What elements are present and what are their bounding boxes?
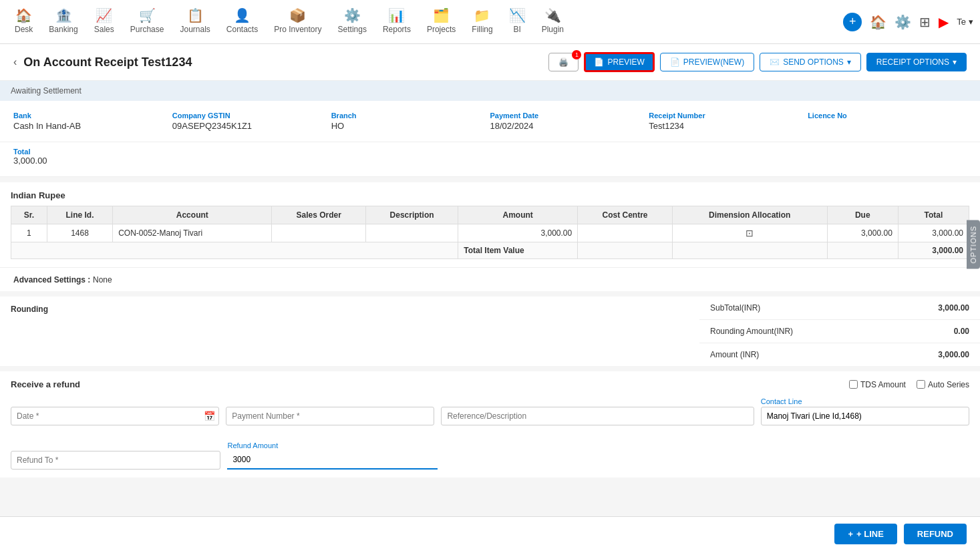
contacts-icon: 👤 [234,7,251,23]
nav-desk[interactable]: 🏠 Desk [7,0,41,44]
nav-reports[interactable]: 📊 Reports [375,0,419,44]
filling-icon: 📁 [474,7,490,23]
branch-field: Branch HO [331,112,490,131]
nav-journals[interactable]: 📋 Journals [172,0,218,44]
journals-icon: 📋 [187,7,204,23]
rounding-section: Rounding [0,297,699,366]
purchase-icon: 🛒 [139,7,156,23]
youtube-icon[interactable]: ▶ [939,14,949,30]
calendar-icon[interactable]: 📅 [204,411,215,421]
refund-amount-input[interactable] [227,451,437,470]
document-icon: 📄 [594,57,604,67]
currency-label: Indian Rupee [11,190,969,200]
col-lineid: Line Id. [47,206,112,224]
page-title: On Account Receipt Test1234 [23,55,192,69]
topnav: 🏠 Desk 🏦 Banking 📈 Sales 🛒 Purchase 📋 Jo… [0,0,980,44]
col-amount: Amount [458,206,578,224]
auto-series-label: Auto Series [928,380,969,389]
add-button[interactable]: + [843,13,862,31]
col-total: Total [898,206,969,224]
refund-title: Receive a refund [11,379,80,389]
tds-amount-checkbox[interactable] [849,380,858,389]
line-items-table: Sr. Line Id. Account Sales Order Descrip… [11,206,969,259]
info-grid: Bank Cash In Hand-AB Company GSTIN 09ASE… [0,101,980,142]
contact-line-field: Contact Line Manoj Tivari (Line Id,1468) [761,397,969,425]
nav-contacts[interactable]: 👤 Contacts [218,0,266,44]
document-new-icon: 📄 [670,57,680,67]
tds-amount-label: TDS Amount [860,380,906,389]
print-icon: 🖨️ [558,57,568,67]
payment-date-field: Payment Date 18/02/2024 [490,112,649,131]
options-tab[interactable]: OPTIONS [967,220,980,269]
reference-description-input[interactable] [441,407,754,425]
pro-inventory-icon: 📦 [289,7,306,23]
refund-row1: 📅 Contact Line Manoj Tivari (Line Id,146… [11,397,969,425]
user-button[interactable]: Te ▾ [957,17,973,27]
preview-button[interactable]: 📄 PREVIEW [584,52,654,72]
subtotal-row: SubTotal(INR) 3,000.00 [699,297,980,320]
bi-icon: 📉 [509,7,526,23]
send-options-button[interactable]: ✉️ SEND OPTIONS ▾ [760,53,861,71]
refund-header: Receive a refund TDS Amount Auto Series [11,379,969,389]
company-gstin-field: Company GSTIN 09ASEPQ2345K1Z1 [172,112,331,131]
chevron-down-icon: ▾ [969,17,973,27]
dropdown-arrow-icon2: ▾ [953,57,957,67]
refund-to-input[interactable] [11,451,220,470]
nav-projects[interactable]: 🗂️ Projects [419,0,464,44]
nav-settings[interactable]: ⚙️ Settings [330,0,375,44]
bank-field: Bank Cash In Hand-AB [13,112,172,131]
plugin-icon: 🔌 [544,7,561,23]
nav-plugin[interactable]: 🔌 Plugin [534,0,572,44]
status-bar: Awaiting Settlement [0,81,980,101]
col-due: Due [827,206,898,224]
col-costcentre: Cost Centre [578,206,673,224]
nav-purchase[interactable]: 🛒 Purchase [122,0,172,44]
email-icon: ✉️ [770,57,780,67]
reference-description-field [441,407,754,425]
refund-to-field [11,451,220,470]
gear-icon[interactable]: ⚙️ [894,14,911,30]
sales-icon: 📈 [96,7,112,23]
amount-row: Amount (INR) 3,000.00 [699,343,980,366]
grid-icon[interactable]: ⊞ [919,14,931,30]
receipt-number-field: Receipt Number Test1234 [649,112,808,131]
nav-filling[interactable]: 📁 Filling [464,0,500,44]
back-button[interactable]: ‹ [13,56,17,68]
home-icon[interactable]: 🏠 [870,14,886,30]
col-sr: Sr. [11,206,47,224]
advanced-settings: Advanced Settings : None [0,267,980,291]
summary-right: SubTotal(INR) 3,000.00 Rounding Amount(I… [699,297,980,366]
refund-options: TDS Amount Auto Series [849,380,969,389]
print-button-wrap: 🖨️ 1 [548,53,579,71]
projects-icon: 🗂️ [433,7,450,23]
rounding-amount-row: Rounding Amount(INR) 0.00 [699,320,980,343]
page-title-wrap: ‹ On Account Receipt Test1234 [13,55,192,69]
dimension-link-icon[interactable]: ⊡ [746,228,754,238]
date-input[interactable] [11,407,219,425]
total-row: Total 3,000.00 [0,142,980,177]
nav-pro-inventory[interactable]: 📦 Pro Inventory [266,0,329,44]
col-account: Account [113,206,272,224]
payment-number-input[interactable] [226,407,434,425]
licence-no-field: Licence No [808,112,967,131]
nav-sales[interactable]: 📈 Sales [86,0,122,44]
rounding-label: Rounding [11,305,689,314]
reports-icon: 📊 [388,7,405,23]
table-section: Indian Rupee Sr. Line Id. Account Sales … [0,182,980,267]
receipt-options-button[interactable]: RECEIPT OPTIONS ▾ [866,53,967,71]
total-item-row: Total Item Value 3,000.00 [11,242,969,259]
auto-series-checkbox[interactable] [917,380,925,389]
dropdown-arrow-icon: ▾ [847,57,851,67]
contact-line-select[interactable]: Manoj Tivari (Line Id,1468) [761,407,969,425]
tds-amount-wrap: TDS Amount [849,380,906,389]
preview-new-button[interactable]: 📄 PREVIEW(NEW) [660,53,754,71]
date-field-wrap: 📅 [11,407,219,425]
page-header: ‹ On Account Receipt Test1234 🖨️ 1 📄 PRE… [0,44,980,81]
nav-banking[interactable]: 🏦 Banking [41,0,86,44]
table-row: 1 1468 CON-0052-Manoj Tivari 3,000.00 ⊡ … [11,224,969,242]
header-actions: 🖨️ 1 📄 PREVIEW 📄 PREVIEW(NEW) ✉️ SEND OP… [548,52,967,72]
refund-section: Receive a refund TDS Amount Auto Series … [0,371,980,478]
notification-dot: 1 [572,50,581,59]
nav-bi[interactable]: 📉 BI [501,0,534,44]
contact-line-label: Contact Line [761,397,969,405]
